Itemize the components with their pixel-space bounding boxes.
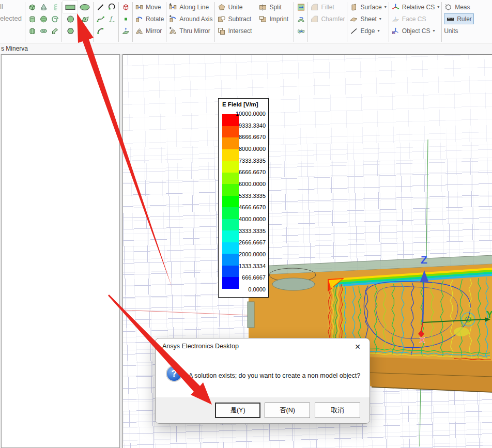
- point-tool-button[interactable]: [120, 13, 131, 25]
- ellipse-icon: [79, 3, 90, 11]
- split-button[interactable]: Split: [257, 1, 293, 13]
- unite-button[interactable]: Unite: [216, 1, 257, 13]
- box-tool-button[interactable]: [26, 1, 38, 13]
- move-button[interactable]: Move: [134, 1, 165, 13]
- boolean-group: Unite Subtract Intersect Split Imprint: [216, 1, 293, 37]
- unite-icon: [217, 3, 226, 11]
- edge-menu-button[interactable]: Edge▾: [348, 25, 387, 37]
- sphere-tool-button[interactable]: [38, 13, 49, 25]
- line-icon: [96, 3, 105, 11]
- sweep-along-vector-button[interactable]: [295, 1, 306, 13]
- duplicate-around-axis-button[interactable]: Around Axis: [167, 13, 213, 25]
- subtract-label: Subtract: [228, 16, 251, 23]
- arc-3pt-tool-button[interactable]: [106, 1, 117, 13]
- equation-surface-tool-button[interactable]: [78, 13, 92, 25]
- along-line-label: Along Line: [179, 4, 209, 11]
- legend-tick-label: 8666.6670: [236, 134, 266, 140]
- face-cs-button[interactable]: Face CS: [390, 13, 440, 25]
- sweep-around-axis-button[interactable]: [295, 13, 306, 25]
- measure-button[interactable]: Meas: [443, 1, 475, 13]
- ruler-label: Ruler: [457, 16, 472, 23]
- legend-tick-label: 4000.0000: [236, 216, 266, 222]
- spiral-tool-button[interactable]: [49, 13, 60, 25]
- mirror-button[interactable]: Mirror: [134, 25, 165, 37]
- helix-tool-button[interactable]: [49, 1, 60, 13]
- spline-tool-button[interactable]: [95, 13, 106, 25]
- spiral-icon: [51, 15, 59, 23]
- work-plane-tool-button[interactable]: [120, 25, 131, 37]
- helix-icon: [51, 3, 59, 11]
- cone-icon: [39, 3, 48, 11]
- intersect-button[interactable]: Intersect: [216, 25, 257, 37]
- toolbar-divider: [118, 2, 119, 42]
- rectangle-tool-button[interactable]: [63, 1, 78, 13]
- ruler-icon: [446, 15, 455, 23]
- legend-tick-label: 666.6667: [236, 274, 266, 281]
- sweep-axis-icon: [297, 15, 305, 23]
- surface-label: Surface: [360, 4, 381, 11]
- duplicate-thru-mirror-button[interactable]: Thru Mirror: [167, 25, 213, 37]
- yes-button[interactable]: 是(Y): [215, 403, 260, 418]
- box-icon: [28, 3, 37, 11]
- unite-label: Unite: [228, 4, 242, 11]
- primitives-group: [26, 1, 60, 37]
- transform-group: Move Rotate Mirror: [134, 1, 165, 37]
- object-cs-menu-button[interactable]: Object CS▾: [390, 25, 440, 37]
- toolbar-divider: [347, 2, 347, 42]
- fillet-button[interactable]: Fillet: [309, 1, 346, 13]
- circle-tool-button[interactable]: [63, 13, 78, 25]
- rotate-button[interactable]: Rotate: [134, 13, 165, 25]
- edge-label: Edge: [360, 27, 375, 35]
- surface-menu-button[interactable]: Surface▾: [348, 1, 387, 13]
- sheet-menu-button[interactable]: Sheet▾: [348, 13, 387, 25]
- chamfer-label: Chamfer: [321, 16, 345, 23]
- cancel-button[interactable]: 取消: [315, 403, 360, 418]
- region-tool-button[interactable]: [120, 1, 131, 13]
- center-arc-tool-button[interactable]: [95, 25, 106, 37]
- line-tool-button[interactable]: [95, 1, 106, 13]
- duplicate-along-line-button[interactable]: Along Line: [167, 1, 213, 13]
- chamfer-button[interactable]: Chamfer: [309, 13, 346, 25]
- bondwire-tool-button[interactable]: [49, 25, 60, 37]
- cylinder-tool-button[interactable]: [26, 13, 38, 25]
- project-strip-text: s Minerva: [1, 45, 28, 52]
- split-label: Split: [269, 4, 281, 11]
- face-cs-label: Face CS: [402, 16, 426, 23]
- polyhedron-tool-button[interactable]: [26, 25, 38, 37]
- point-icon: [121, 15, 130, 23]
- field-legend[interactable]: E Field [V/m] 10000.0000 9333.3340 8666.…: [218, 98, 269, 298]
- sweep-along-path-button[interactable]: [295, 25, 306, 37]
- subtract-icon: [217, 15, 226, 23]
- imprint-button[interactable]: Imprint: [257, 13, 293, 25]
- bent-sheet-icon: [81, 15, 89, 23]
- measure-label: Meas: [455, 4, 470, 11]
- legend-tick-label: 2666.6667: [236, 239, 266, 245]
- sheet-label: Sheet: [360, 16, 376, 23]
- legend-tick-labels: 10000.0000 9333.3340 8666.6670 8000.0000…: [236, 111, 266, 292]
- ellipse-tool-button[interactable]: [78, 1, 92, 13]
- relative-cs-menu-button[interactable]: Relative CS▾: [390, 1, 440, 13]
- rotate-icon: [135, 15, 144, 23]
- legend-tick-label: 7333.3335: [236, 158, 266, 164]
- torus-tool-button[interactable]: [38, 25, 49, 37]
- toolbar: ll elected: [0, 0, 492, 43]
- toolbar-divider: [25, 2, 25, 42]
- no-button[interactable]: 否(N): [265, 403, 310, 418]
- legend-tick-label: 0.0000: [236, 286, 266, 292]
- cone-tool-button[interactable]: [38, 1, 49, 13]
- chevron-down-icon: ▾: [433, 28, 435, 33]
- dialog-title: Ansys Electronics Desktop: [162, 343, 239, 350]
- close-icon[interactable]: ✕: [351, 341, 364, 352]
- equation-curve-tool-button[interactable]: [106, 13, 117, 25]
- left-panel: [1, 54, 120, 448]
- cylinder-icon: [28, 15, 37, 23]
- subtract-button[interactable]: Subtract: [216, 13, 257, 25]
- legend-tick-label: 1333.3334: [236, 263, 266, 269]
- empty-cell: [78, 25, 92, 37]
- ruler-button[interactable]: Ruler: [443, 13, 475, 25]
- regular-polygon-tool-button[interactable]: [63, 25, 78, 37]
- message-dialog: Ansys Electronics Desktop ✕ ? A solution…: [155, 338, 370, 424]
- units-button[interactable]: Units: [443, 25, 475, 37]
- toolbar-divider: [389, 2, 389, 42]
- arc-3pt-icon: [107, 3, 116, 11]
